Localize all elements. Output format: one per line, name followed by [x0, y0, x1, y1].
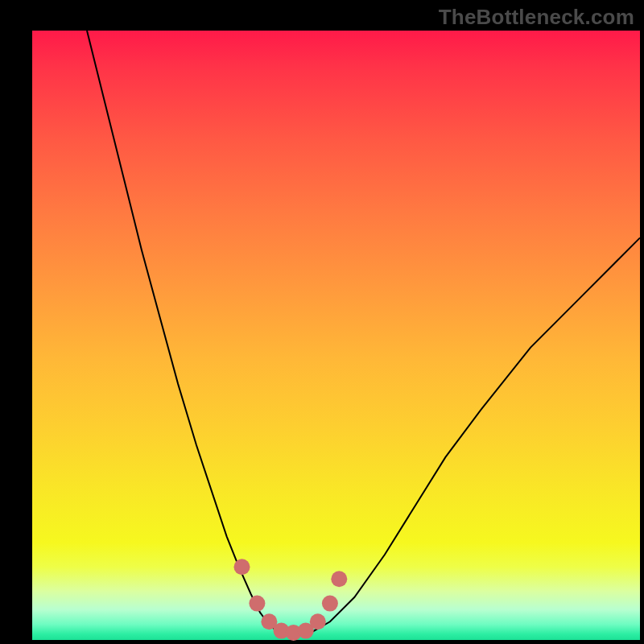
marker-dot	[249, 596, 265, 612]
watermark-label: TheBottleneck.com	[439, 5, 634, 30]
plot-area	[32, 31, 640, 640]
optimal-zone-markers	[234, 559, 348, 641]
outer-frame: TheBottleneck.com	[0, 0, 644, 644]
marker-dot	[234, 559, 250, 575]
marker-dot	[331, 571, 347, 587]
marker-dot	[322, 596, 338, 612]
bottleneck-curve	[87, 31, 640, 634]
chart-svg	[32, 31, 640, 640]
curve-path	[87, 31, 640, 634]
marker-dot	[310, 613, 326, 630]
